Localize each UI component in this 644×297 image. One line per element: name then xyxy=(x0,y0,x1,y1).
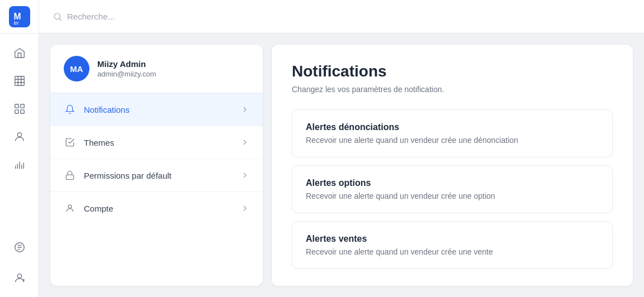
user-icon xyxy=(64,202,76,214)
icon-sidebar: M izy xyxy=(0,0,39,297)
menu-notifications-label: Notifications xyxy=(84,105,240,114)
main-area: MA Miizy Admin admin@miizy.com Notificat… xyxy=(39,0,644,297)
user-email: admin@miizy.com xyxy=(97,70,156,78)
nav-home[interactable] xyxy=(7,41,32,65)
nav-chart[interactable] xyxy=(7,152,32,177)
chevron-right-icon-4 xyxy=(240,204,249,213)
chevron-right-icon-3 xyxy=(240,171,249,180)
alert-card-desc-2: Recevoir une alerte quand un vendeur cré… xyxy=(306,247,599,256)
chevron-right-icon-2 xyxy=(240,138,249,147)
svg-point-7 xyxy=(17,133,21,137)
svg-rect-3 xyxy=(15,104,18,108)
menu-item-compte[interactable]: Compte xyxy=(50,192,263,224)
alert-card-1: Alertes options Recevoir une alerte quan… xyxy=(292,165,613,213)
nav-message[interactable] xyxy=(7,235,32,260)
user-name: Miizy Admin xyxy=(97,59,156,69)
svg-point-12 xyxy=(68,205,72,208)
detail-panel: Notifications Changez les vos paramètres… xyxy=(272,45,633,286)
menu-compte-label: Compte xyxy=(84,204,240,213)
bell-icon xyxy=(64,103,76,116)
svg-rect-11 xyxy=(66,175,74,179)
nav-grid[interactable] xyxy=(7,97,32,121)
alert-card-title-1: Alertes options xyxy=(306,178,599,188)
menu-permissions-label: Permissions par défault xyxy=(84,171,240,180)
search-icon xyxy=(53,12,63,22)
detail-title: Notifications xyxy=(292,63,613,80)
alert-card-2: Alertes ventes Recevoir une alerte quand… xyxy=(292,221,613,269)
svg-point-10 xyxy=(54,13,60,20)
menu-themes-label: Themes xyxy=(84,138,240,147)
alert-card-desc-0: Recevoir une alerte quand un vendeur cré… xyxy=(306,136,599,145)
svg-point-9 xyxy=(17,274,21,278)
menu-item-notifications[interactable]: Notifications xyxy=(50,93,263,126)
svg-rect-6 xyxy=(20,110,23,113)
chevron-right-icon xyxy=(240,105,249,114)
detail-subtitle: Changez les vos paramètres de notificati… xyxy=(292,85,613,94)
user-card: MA Miizy Admin admin@miizy.com xyxy=(50,45,263,93)
alert-card-desc-1: Recevoir une alerte quand un vendeur cré… xyxy=(306,191,599,200)
logo-area: M izy xyxy=(0,0,39,33)
lock-icon xyxy=(64,169,76,181)
nav-profile[interactable] xyxy=(7,266,32,290)
avatar: MA xyxy=(64,56,89,82)
check-square-icon xyxy=(64,136,76,148)
nav-contact[interactable] xyxy=(7,124,32,149)
logo: M izy xyxy=(9,6,30,27)
alert-card-0: Alertes dénonciations Recevoir une alert… xyxy=(292,109,613,157)
user-info: Miizy Admin admin@miizy.com xyxy=(97,59,156,78)
menu-item-permissions[interactable]: Permissions par défault xyxy=(50,159,263,192)
alert-card-title-0: Alertes dénonciations xyxy=(306,122,599,132)
settings-panel: MA Miizy Admin admin@miizy.com Notificat… xyxy=(50,45,263,286)
svg-rect-5 xyxy=(15,110,18,113)
svg-rect-4 xyxy=(20,104,23,108)
content-area: MA Miizy Admin admin@miizy.com Notificat… xyxy=(39,33,644,297)
alert-card-title-2: Alertes ventes xyxy=(306,234,599,244)
search-input[interactable] xyxy=(67,12,235,21)
svg-rect-2 xyxy=(15,76,24,86)
menu-item-themes[interactable]: Themes xyxy=(50,126,263,159)
topbar xyxy=(39,0,644,33)
nav-building[interactable] xyxy=(7,69,32,93)
